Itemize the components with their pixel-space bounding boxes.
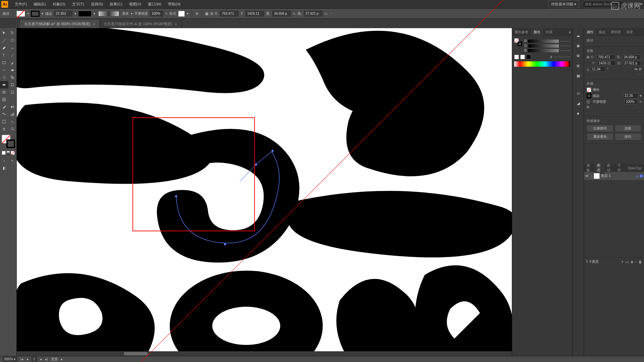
more-icon[interactable]: ⋯ bbox=[329, 12, 333, 15]
canvas[interactable] bbox=[17, 28, 512, 356]
dropdown-icon[interactable]: > bbox=[639, 100, 641, 104]
curvature-tool[interactable] bbox=[8, 44, 17, 52]
hand-tool[interactable] bbox=[0, 125, 8, 133]
paintbrush-tool[interactable] bbox=[8, 59, 17, 66]
fill-swatch[interactable] bbox=[16, 11, 25, 17]
shape-builder-tool[interactable] bbox=[0, 88, 8, 96]
color-icon[interactable]: ◉ bbox=[574, 41, 583, 50]
h-input[interactable] bbox=[304, 11, 322, 16]
menu-edit[interactable]: 编辑(E) bbox=[30, 0, 49, 8]
nav-prev-icon[interactable]: ◂ bbox=[26, 357, 28, 361]
color-mode-none[interactable] bbox=[11, 151, 15, 155]
menu-file[interactable]: 文件(F) bbox=[11, 0, 30, 8]
prop-h-input[interactable] bbox=[623, 61, 641, 66]
prop-w-input[interactable] bbox=[623, 55, 641, 60]
horizontal-scrollbar[interactable] bbox=[17, 351, 512, 356]
tab-appearance[interactable]: 外观 bbox=[543, 28, 555, 36]
tab-layers[interactable]: 图层 bbox=[594, 162, 605, 174]
color-mode-gradient[interactable] bbox=[6, 151, 10, 155]
fill-stroke-indicator[interactable] bbox=[2, 135, 15, 148]
nav-first-icon[interactable]: |◂ bbox=[20, 357, 23, 361]
color-mode-solid[interactable] bbox=[2, 151, 6, 155]
opacity-input[interactable] bbox=[150, 11, 163, 16]
menu-object[interactable]: 对象(O) bbox=[49, 0, 69, 8]
swatches-icon[interactable]: ▦ bbox=[574, 71, 583, 80]
rotate-tool[interactable] bbox=[0, 74, 8, 81]
align-icon[interactable]: ⊕ bbox=[196, 12, 198, 15]
angle-input[interactable] bbox=[591, 67, 606, 72]
direct-selection-tool[interactable] bbox=[8, 29, 17, 37]
stroke-indicator[interactable] bbox=[6, 139, 15, 148]
tab-character[interactable]: 字符 bbox=[615, 162, 625, 174]
stroke-profile[interactable] bbox=[99, 11, 119, 16]
dropdown-icon[interactable]: ▾ bbox=[74, 12, 76, 15]
width-tool[interactable] bbox=[0, 81, 8, 88]
minimize-icon[interactable]: — bbox=[628, 2, 632, 6]
stroke-color[interactable] bbox=[78, 11, 92, 17]
style-swatch[interactable] bbox=[178, 11, 185, 17]
artboard-tool[interactable] bbox=[0, 118, 8, 125]
menu-help[interactable]: 帮助(H) bbox=[165, 0, 184, 8]
w-input[interactable] bbox=[272, 11, 291, 16]
zoom-select[interactable]: 800% ▾ bbox=[3, 357, 17, 362]
dropdown-icon[interactable]: ▾ bbox=[640, 94, 641, 98]
rectangle-tool[interactable] bbox=[0, 59, 8, 66]
tab-color[interactable]: 颜色 bbox=[531, 28, 543, 36]
close-icon[interactable]: ✕ bbox=[640, 2, 643, 6]
transparency-icon[interactable]: ♣ bbox=[574, 109, 583, 118]
lasso-tool[interactable] bbox=[8, 37, 17, 44]
scale-tool[interactable] bbox=[8, 74, 17, 81]
selection-tool[interactable] bbox=[0, 29, 8, 37]
dropdown-icon[interactable]: ▾ bbox=[27, 12, 29, 15]
draw-mode-icon[interactable]: ◧ bbox=[0, 164, 8, 172]
arrange-button[interactable]: 排列 bbox=[615, 133, 642, 140]
panel-menu-icon[interactable]: ≡ bbox=[568, 30, 572, 34]
brushes-icon[interactable]: ✿ bbox=[574, 51, 583, 60]
prop-x-input[interactable] bbox=[597, 55, 615, 60]
stock-search[interactable]: 搜索 Adobe Stock bbox=[582, 1, 626, 8]
perspective-tool[interactable] bbox=[8, 88, 17, 96]
expand-icon[interactable]: › bbox=[591, 174, 592, 178]
delete-layer-icon[interactable]: 🗑 bbox=[639, 260, 642, 264]
dropdown-icon[interactable]: ▾ bbox=[42, 12, 43, 15]
libraries-icon[interactable]: ☁ bbox=[574, 31, 583, 40]
tab-artboards[interactable]: 画板 bbox=[584, 162, 594, 174]
dropdown-icon[interactable]: ▾ bbox=[94, 12, 95, 15]
eraser-tool[interactable] bbox=[8, 66, 17, 74]
free-transform-tool[interactable] bbox=[8, 81, 17, 88]
black-swatch[interactable] bbox=[526, 55, 531, 59]
opacity-prop[interactable] bbox=[625, 99, 638, 104]
document-tab[interactable]: 元旦是只猫源文件.ai @ 100% (RGB/预览) × bbox=[100, 20, 181, 28]
stroke-width-prop[interactable] bbox=[623, 93, 638, 98]
screen-mode-full[interactable]: ▪ bbox=[8, 157, 17, 164]
y-input[interactable] bbox=[246, 11, 264, 16]
nav-last-icon[interactable]: ▸| bbox=[45, 357, 48, 361]
pen-tool[interactable] bbox=[0, 44, 8, 52]
nav-next-icon[interactable]: ▸ bbox=[40, 357, 42, 361]
b-value[interactable] bbox=[560, 50, 570, 51]
stroke-swatch[interactable] bbox=[31, 11, 40, 17]
r-slider[interactable] bbox=[528, 40, 559, 43]
close-icon[interactable]: × bbox=[175, 22, 177, 26]
x-input[interactable] bbox=[220, 11, 238, 16]
shape-icon[interactable]: ▭ bbox=[324, 12, 327, 15]
flip-v-icon[interactable]: ⇵ bbox=[639, 67, 641, 71]
gradient-tool[interactable] bbox=[8, 96, 17, 103]
menu-type[interactable]: 文字(T) bbox=[69, 0, 88, 8]
symbol-sprayer-tool[interactable] bbox=[0, 111, 8, 118]
menu-effect[interactable]: 效果(C) bbox=[106, 0, 125, 8]
fx-button[interactable]: fx. bbox=[587, 105, 590, 109]
locate-icon[interactable]: ⌖ bbox=[622, 260, 624, 264]
layer-name[interactable]: 图层 1 bbox=[601, 174, 610, 178]
type-tool[interactable]: T bbox=[0, 52, 8, 59]
slice-tool[interactable] bbox=[8, 118, 17, 125]
offset-path-button[interactable]: 位移路径 bbox=[587, 125, 613, 132]
none-swatch[interactable] bbox=[514, 55, 519, 59]
target-icon[interactable]: ◎ bbox=[636, 174, 639, 178]
dropdown-icon[interactable]: > bbox=[165, 12, 167, 15]
line-tool[interactable] bbox=[8, 52, 17, 59]
blend-tool[interactable] bbox=[8, 103, 17, 111]
new-sublayer-icon[interactable]: ⊕ bbox=[631, 260, 633, 264]
menu-select[interactable]: 选择(S) bbox=[88, 0, 107, 8]
magic-wand-tool[interactable] bbox=[0, 37, 8, 44]
